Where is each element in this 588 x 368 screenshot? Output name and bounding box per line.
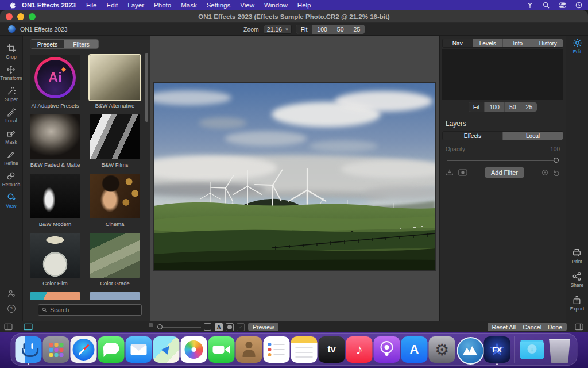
preset-thumb[interactable]: [90, 174, 140, 218]
preset-bw-modern[interactable]: B&W Modern: [30, 174, 80, 227]
canvas-area[interactable]: [150, 36, 439, 321]
cancel-button[interactable]: Cancel: [518, 323, 546, 331]
tab-levels[interactable]: Levels: [473, 39, 504, 47]
preset-color-grade[interactable]: Color Grade: [90, 233, 140, 286]
tool-view[interactable]: View: [6, 193, 16, 209]
menu-file[interactable]: File: [86, 2, 97, 9]
photo-canvas-image[interactable]: [154, 83, 435, 270]
tool-transform[interactable]: Transform: [0, 65, 22, 81]
preset-thumb[interactable]: [90, 114, 140, 159]
dock-item-on1[interactable]: [457, 336, 483, 363]
dock-item-notes[interactable]: [291, 336, 318, 363]
dock-item-contacts[interactable]: [236, 336, 262, 363]
done-button[interactable]: Done: [543, 323, 567, 331]
mask-thumbnail-icon[interactable]: [458, 169, 467, 176]
add-filter-button[interactable]: Add Filter: [485, 167, 524, 178]
preset-bw-faded-matte[interactable]: B&W Faded & Matte: [30, 114, 80, 168]
preset-color-film[interactable]: Color Film: [30, 233, 80, 286]
control-center-icon[interactable]: [559, 2, 566, 9]
preset-partial-2[interactable]: [90, 292, 140, 300]
apple-menu-icon[interactable]: [9, 1, 16, 9]
dock-item-on1-effects[interactable]: FX: [484, 336, 510, 363]
nav-zoom-fit[interactable]: Fit: [469, 102, 485, 112]
dock-item-photos[interactable]: [181, 336, 207, 363]
toggle-right-panel-icon[interactable]: [575, 323, 583, 331]
preset-partial-1[interactable]: [30, 292, 80, 300]
size-slider[interactable]: [163, 327, 201, 328]
tab-effects[interactable]: Effects: [443, 132, 503, 140]
tab-presets[interactable]: Presets: [30, 40, 64, 48]
preset-thumb[interactable]: [30, 174, 80, 218]
tab-nav[interactable]: Nav: [443, 39, 473, 47]
print-button[interactable]: Print: [572, 248, 582, 264]
zoom-50-button[interactable]: 50: [332, 25, 349, 34]
tab-info[interactable]: Info: [503, 39, 533, 47]
menu-help[interactable]: Help: [297, 2, 311, 9]
tool-mask[interactable]: Mask: [5, 129, 17, 145]
toggle-left-panel-icon[interactable]: [4, 323, 13, 331]
zoom-25-button[interactable]: 25: [349, 25, 365, 34]
preset-thumb[interactable]: [30, 233, 80, 278]
preset-thumb[interactable]: [90, 233, 140, 278]
menu-mask[interactable]: Mask: [181, 2, 196, 9]
dock-item-maps[interactable]: [153, 336, 180, 363]
browser-mode-icon[interactable]: [24, 323, 33, 331]
size-slider-knob[interactable]: [157, 324, 163, 329]
dock-item-tv[interactable]: tv: [319, 336, 345, 363]
account-icon[interactable]: [7, 289, 16, 298]
tool-retouch[interactable]: Retouch: [2, 171, 21, 187]
share-button[interactable]: Share: [571, 271, 584, 288]
dock-item-music[interactable]: ♪: [346, 336, 373, 363]
menu-app-name[interactable]: ON1 Effects 2023: [22, 2, 76, 9]
preset-thumb[interactable]: [30, 114, 80, 159]
export-button[interactable]: Export: [570, 295, 585, 312]
preview-button[interactable]: Preview: [248, 323, 278, 331]
dock-item-facetime[interactable]: [208, 336, 235, 363]
status-turbine-icon[interactable]: [527, 2, 533, 9]
zoom-window-button[interactable]: [29, 13, 36, 20]
preset-thumb[interactable]: [90, 292, 140, 300]
dock-item-messages[interactable]: [98, 336, 125, 363]
edit-mode-button[interactable]: Edit: [572, 38, 582, 55]
zoom-value-dropdown[interactable]: 21.16 ▾: [264, 25, 292, 34]
tab-local[interactable]: Local: [503, 132, 563, 140]
dock-item-safari[interactable]: [71, 336, 97, 363]
tool-local[interactable]: Local: [5, 108, 17, 124]
zoom-100-button[interactable]: 100: [312, 25, 332, 34]
dock-item-reminders[interactable]: [264, 336, 290, 363]
reset-filter-icon[interactable]: [541, 169, 548, 176]
tool-super[interactable]: Super: [5, 86, 18, 102]
opacity-slider-knob[interactable]: [554, 158, 559, 163]
preset-bw-alternative[interactable]: B&W Alternative: [90, 55, 140, 109]
minimize-window-button[interactable]: [17, 13, 24, 20]
preset-thumb-selected[interactable]: [90, 55, 140, 100]
nav-zoom-100[interactable]: 100: [485, 102, 505, 112]
preset-scrollbar[interactable]: [145, 53, 148, 122]
menu-photo[interactable]: Photo: [154, 2, 171, 9]
nav-preview[interactable]: [442, 49, 563, 100]
tab-filters[interactable]: Filters: [64, 40, 98, 48]
import-layer-icon[interactable]: [446, 168, 454, 177]
tab-history[interactable]: History: [533, 39, 563, 47]
dock-item-podcasts[interactable]: [374, 336, 400, 363]
document-tab[interactable]: ON1 Effects 2023: [8, 25, 68, 33]
preset-thumb[interactable]: [30, 292, 80, 300]
close-window-button[interactable]: [6, 13, 13, 20]
menu-settings[interactable]: Settings: [207, 2, 231, 9]
dock-item-settings[interactable]: ⚙: [429, 336, 455, 363]
search-box[interactable]: [38, 304, 142, 316]
view-blank-icon[interactable]: [204, 323, 211, 331]
tool-refine[interactable]: Refine: [4, 150, 18, 166]
dock-item-mail[interactable]: [126, 336, 152, 363]
preset-ai-adaptive[interactable]: Ai AI Adaptive Presets: [30, 55, 80, 109]
menu-edit[interactable]: Edit: [107, 2, 118, 9]
dock-item-launchpad[interactable]: [43, 336, 69, 363]
menu-view[interactable]: View: [240, 2, 254, 9]
tool-crop[interactable]: Crop: [6, 44, 16, 60]
nav-zoom-50[interactable]: 50: [505, 102, 521, 112]
clock-icon[interactable]: [575, 2, 582, 9]
opacity-slider[interactable]: [447, 158, 559, 163]
view-circle-icon[interactable]: [226, 323, 234, 331]
view-letter-icon[interactable]: A: [215, 323, 223, 331]
nav-zoom-25[interactable]: 25: [521, 102, 537, 112]
